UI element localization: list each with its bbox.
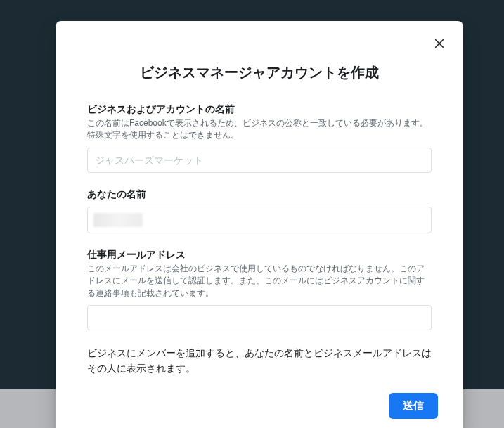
business-name-input[interactable] (87, 148, 432, 173)
business-name-label: ビジネスおよびアカウントの名前 (87, 103, 432, 116)
modal-footer: 送信 (77, 393, 442, 419)
work-email-field-group: 仕事用メールアドレス このメールアドレスは会社のビジネスで使用しているものでなけ… (87, 249, 432, 330)
close-button[interactable] (429, 34, 449, 53)
your-name-label: あなたの名前 (87, 188, 432, 201)
submit-button[interactable]: 送信 (389, 393, 438, 419)
form-container: ビジネスおよびアカウントの名前 この名前はFacebookで表示されるため、ビジ… (77, 103, 442, 330)
work-email-label: 仕事用メールアドレス (87, 249, 432, 261)
modal-title: ビジネスマネージャアカウントを作成 (77, 63, 442, 82)
redacted-name-placeholder (93, 213, 143, 227)
work-email-description: このメールアドレスは会社のビジネスで使用しているものでなければなりません。このア… (87, 263, 432, 299)
your-name-input[interactable] (87, 207, 432, 233)
work-email-input[interactable] (87, 305, 432, 330)
business-name-field-group: ビジネスおよびアカウントの名前 この名前はFacebookで表示されるため、ビジ… (87, 103, 432, 173)
create-business-manager-modal: ビジネスマネージャアカウントを作成 ビジネスおよびアカウントの名前 この名前はF… (56, 21, 463, 428)
business-name-description: この名前はFacebookで表示されるため、ビジネスの公称と一致している必要があ… (87, 117, 432, 142)
close-icon (433, 37, 446, 50)
privacy-notice: ビジネスにメンバーを追加すると、あなたの名前とビジネスメールアドレスはその人に表… (87, 346, 432, 376)
your-name-field-group: あなたの名前 (87, 188, 432, 233)
